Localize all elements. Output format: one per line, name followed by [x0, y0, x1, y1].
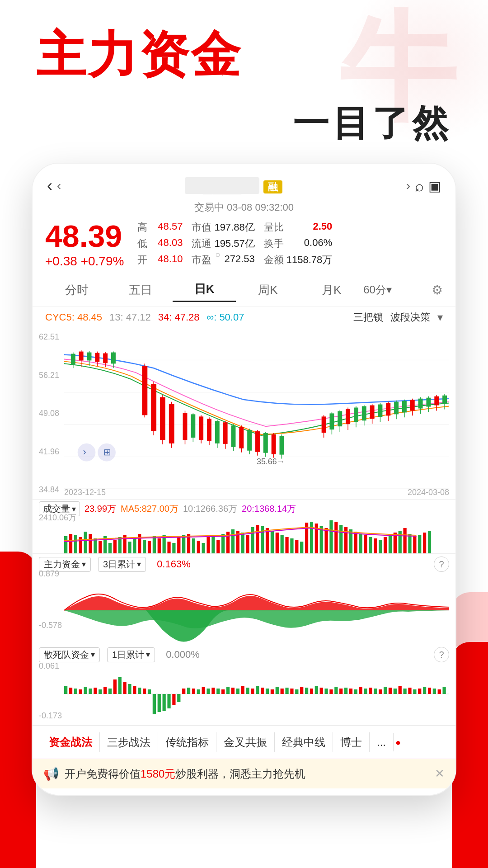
svg-rect-176: [113, 679, 117, 694]
next-button[interactable]: ›: [406, 179, 410, 193]
svg-rect-195: [206, 689, 210, 694]
svg-rect-135: [290, 538, 293, 554]
diehard-section: 散死队资金▾ 1日累计▾ 0.000% ? 0.061 -0.173: [33, 644, 455, 726]
open-row: 开48.10: [137, 253, 183, 267]
svg-rect-230: [379, 689, 382, 694]
svg-rect-17: [111, 353, 116, 364]
amount-row: 金额1158.78万: [264, 253, 333, 267]
svg-rect-193: [197, 689, 200, 694]
phone-screen: ‹ ‹ ████ 融 › ⌕ ▣ 交易中 03-08 09:32:00 48.3…: [33, 164, 455, 795]
svg-rect-112: [177, 537, 180, 554]
svg-rect-100: [118, 537, 122, 554]
tab-boshi[interactable]: 博士: [333, 732, 370, 752]
capital-y-pos: 0.879: [39, 569, 59, 579]
svg-rect-151: [369, 537, 372, 554]
diehard-days-btn[interactable]: 1日累计▾: [107, 647, 155, 662]
tab-wuri[interactable]: 五日: [109, 278, 173, 302]
diehard-label-btn[interactable]: 散死队资金▾: [39, 647, 100, 662]
svg-rect-96: [99, 541, 102, 554]
svg-rect-226: [359, 687, 362, 694]
svg-rect-213: [295, 689, 298, 694]
svg-rect-157: [399, 531, 402, 554]
diehard-help-btn[interactable]: ?: [434, 647, 449, 662]
indicator-line: CYC5: 48.45 13: 47.12 34: 47.28 ∞: 50.07…: [33, 307, 455, 328]
tab-zhouk[interactable]: 周K: [236, 278, 300, 302]
menu-button[interactable]: ▣: [428, 178, 441, 194]
svg-rect-19: [142, 366, 147, 415]
svg-rect-70: [386, 403, 390, 416]
svg-rect-99: [113, 540, 117, 554]
tab-yuek[interactable]: 月K: [300, 278, 363, 302]
svg-rect-206: [261, 688, 264, 694]
tab-60min[interactable]: 60分▾: [363, 279, 427, 301]
svg-rect-232: [389, 688, 392, 694]
svg-rect-168: [74, 689, 77, 694]
svg-rect-162: [423, 533, 426, 554]
svg-rect-102: [128, 542, 131, 554]
bottom-tabs: 资金战法 三步战法 传统指标 金叉共振 经典中线 博士 ... ●: [33, 726, 455, 759]
svg-rect-78: [418, 399, 423, 409]
chart-settings-icon[interactable]: ⚙: [432, 283, 443, 297]
back-button[interactable]: ‹: [47, 176, 52, 195]
hero-title: 主力资金: [36, 27, 242, 82]
svg-rect-11: [87, 353, 92, 361]
circulation-row: 流通195.57亿: [192, 237, 254, 250]
svg-rect-242: [438, 689, 441, 694]
lock-button[interactable]: 三把锁: [353, 311, 383, 324]
price-main: 48.39 +0.38 +0.79%: [45, 221, 124, 269]
ad-close-button[interactable]: ✕: [435, 767, 445, 781]
svg-rect-224: [349, 689, 352, 694]
diehard-header: 散死队资金▾ 1日累计▾ 0.000% ?: [33, 644, 455, 665]
svg-rect-51: [280, 436, 284, 455]
svg-rect-123: [231, 529, 235, 554]
tab-fenshi[interactable]: 分时: [45, 278, 109, 302]
svg-rect-95: [94, 538, 97, 554]
svg-rect-143: [329, 520, 333, 554]
svg-rect-94: [89, 534, 92, 554]
prev-button[interactable]: ‹: [57, 179, 61, 193]
svg-rect-154: [384, 537, 387, 554]
svg-rect-167: [69, 688, 72, 694]
tab-more[interactable]: ...: [370, 733, 394, 751]
tab-sanbu-zhanfa[interactable]: 三步战法: [100, 732, 158, 752]
wave-dropdown[interactable]: ▾: [437, 311, 443, 324]
search-button[interactable]: ⌕: [415, 177, 424, 195]
tab-jincha-gongzhen[interactable]: 金叉共振: [216, 732, 275, 752]
svg-rect-220: [329, 689, 333, 694]
svg-rect-119: [211, 536, 215, 554]
svg-rect-89: [64, 536, 67, 554]
svg-rect-106: [148, 541, 151, 554]
tab-zijin-zhanfa[interactable]: 资金战法: [42, 732, 100, 752]
svg-rect-214: [300, 687, 303, 694]
svg-rect-142: [324, 528, 328, 554]
svg-rect-170: [84, 687, 87, 694]
wave-button[interactable]: 波段决策: [390, 311, 430, 324]
tab-jingdian-zhongxian[interactable]: 经典中线: [275, 732, 333, 752]
tab-rik[interactable]: 日K: [173, 278, 236, 302]
svg-rect-181: [138, 688, 141, 694]
svg-rect-199: [226, 687, 230, 694]
ad-banner: 📢 开户免费得价值1580元炒股利器，洞悉主力抢先机 ✕: [33, 759, 455, 788]
svg-rect-74: [402, 401, 407, 413]
svg-rect-66: [370, 406, 375, 419]
main-chart: 62.51 56.21 49.08 41.96 34.84: [33, 328, 455, 500]
i34-indicator: 34: 47.28: [158, 311, 200, 323]
svg-rect-13: [95, 353, 99, 362]
svg-rect-208: [271, 689, 274, 694]
y-label-3: 49.08: [39, 409, 59, 418]
svg-rect-43: [247, 430, 252, 451]
capital-help-btn[interactable]: ?: [434, 557, 449, 572]
tab-chuantong-zhibiao[interactable]: 传统指标: [158, 732, 216, 752]
x-label-start: 2023-12-15: [64, 488, 106, 497]
svg-rect-139: [310, 522, 313, 554]
svg-rect-108: [158, 538, 161, 554]
svg-rect-103: [133, 538, 136, 554]
svg-point-85: [78, 443, 96, 462]
svg-rect-131: [271, 531, 274, 554]
svg-rect-29: [191, 414, 195, 438]
i13-indicator: 13: 47.12: [109, 311, 151, 323]
capital-days-btn[interactable]: 3日累计▾: [98, 557, 146, 572]
svg-rect-93: [84, 532, 87, 554]
volume-ma5: MA5:827.00万: [121, 503, 178, 515]
svg-rect-166: [64, 686, 67, 694]
